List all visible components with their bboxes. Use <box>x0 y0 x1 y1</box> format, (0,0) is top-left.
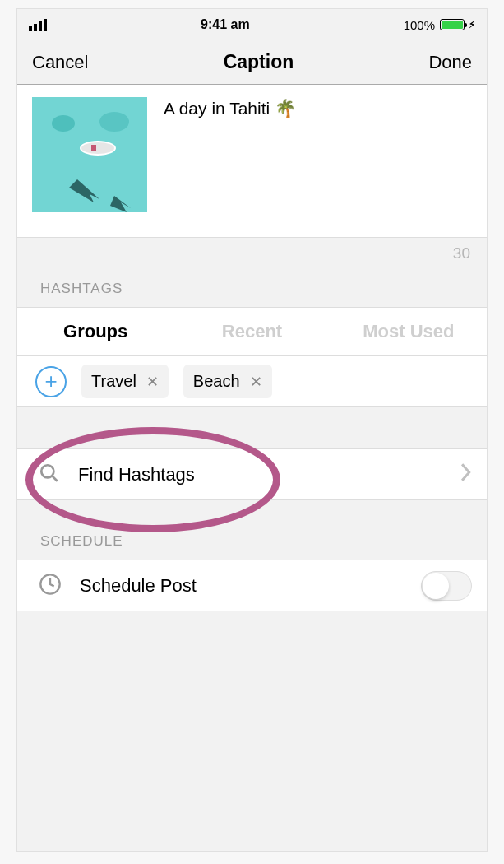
caption-input[interactable]: A day in Tahiti 🌴 <box>164 97 296 212</box>
caption-editor: A day in Tahiti 🌴 <box>17 85 487 238</box>
remove-chip-icon[interactable]: ✕ <box>146 373 159 391</box>
hashtags-section-header: HASHTAGS <box>17 262 487 307</box>
chip-label: Travel <box>91 372 136 391</box>
tab-groups[interactable]: Groups <box>17 308 173 355</box>
schedule-toggle[interactable] <box>421 571 472 601</box>
tab-recent[interactable]: Recent <box>173 308 330 355</box>
add-group-button[interactable]: + <box>35 366 67 397</box>
svg-point-7 <box>41 465 53 477</box>
character-count: 30 <box>17 238 487 262</box>
search-icon <box>39 462 60 487</box>
svg-point-2 <box>52 115 75 132</box>
chip-label: Beach <box>193 372 240 391</box>
nav-bar: Cancel Caption Done <box>17 40 487 85</box>
post-thumbnail[interactable] <box>32 97 147 212</box>
cancel-button[interactable]: Cancel <box>32 52 88 73</box>
find-hashtags-row[interactable]: Find Hashtags <box>17 448 487 500</box>
page-title: Caption <box>224 51 294 73</box>
remove-chip-icon[interactable]: ✕ <box>250 373 262 391</box>
done-button[interactable]: Done <box>428 52 472 73</box>
svg-rect-6 <box>91 145 96 151</box>
plus-icon: + <box>44 370 57 392</box>
battery-percent: 100% <box>404 18 435 32</box>
status-time: 9:41 am <box>201 17 250 32</box>
chevron-right-icon <box>460 463 472 486</box>
signal-icon <box>29 19 47 31</box>
svg-point-5 <box>81 142 114 154</box>
svg-point-3 <box>99 112 129 132</box>
hashtag-chip[interactable]: Travel ✕ <box>81 365 169 398</box>
schedule-post-label: Schedule Post <box>80 575 421 597</box>
charging-icon: ⚡︎ <box>469 19 475 30</box>
clock-icon <box>39 573 62 599</box>
hashtag-chip[interactable]: Beach ✕ <box>183 365 272 398</box>
find-hashtags-label: Find Hashtags <box>78 464 460 485</box>
schedule-section-header: SCHEDULE <box>17 500 487 560</box>
battery-icon <box>440 19 465 30</box>
hashtag-tabs: Groups Recent Most Used <box>17 307 487 356</box>
tab-most-used[interactable]: Most Used <box>331 308 487 355</box>
status-bar: 9:41 am 100% ⚡︎ <box>17 9 487 40</box>
svg-line-8 <box>52 476 58 481</box>
hashtag-group-chips: + Travel ✕ Beach ✕ <box>17 356 487 407</box>
schedule-post-row: Schedule Post <box>17 560 487 611</box>
